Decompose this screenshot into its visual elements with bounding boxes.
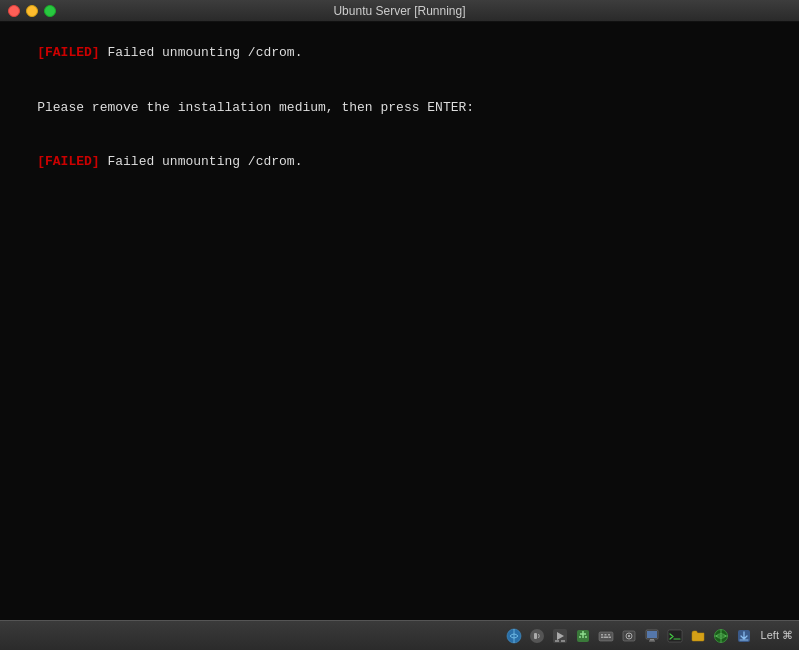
svg-rect-13 — [604, 634, 606, 636]
svg-rect-22 — [647, 631, 657, 638]
svg-rect-12 — [601, 634, 603, 636]
svg-rect-16 — [603, 636, 608, 638]
svg-rect-25 — [668, 630, 682, 642]
terminal-area[interactable]: [FAILED] Failed unmounting /cdrom. Pleas… — [0, 22, 799, 620]
download-icon[interactable] — [734, 626, 754, 646]
terminal-line-2: Please remove the installation medium, t… — [6, 81, 793, 136]
network-globe-icon[interactable] — [711, 626, 731, 646]
svg-rect-14 — [608, 634, 610, 636]
maximize-button[interactable] — [44, 5, 56, 17]
svg-rect-15 — [601, 636, 603, 638]
svg-rect-24 — [649, 640, 655, 641]
title-bar: Ubuntu Server [Running] — [0, 0, 799, 22]
taskbar: Left ⌘ — [0, 620, 799, 650]
terminal-line-1: [FAILED] Failed unmounting /cdrom. — [6, 26, 793, 81]
audio-icon[interactable] — [527, 626, 547, 646]
svg-point-20 — [627, 634, 629, 636]
screenshot-icon[interactable] — [619, 626, 639, 646]
taskbar-right-text: Left ⌘ — [761, 629, 793, 642]
minimize-button[interactable] — [26, 5, 38, 17]
svg-rect-3 — [534, 633, 537, 639]
keyboard-icon[interactable] — [596, 626, 616, 646]
network-icon[interactable] — [504, 626, 524, 646]
failed-tag-2: [FAILED] — [37, 154, 99, 169]
svg-rect-17 — [609, 636, 611, 638]
traffic-lights — [8, 5, 56, 17]
terminal-line-1-rest: Failed unmounting /cdrom. — [100, 45, 303, 60]
folder-icon[interactable] — [688, 626, 708, 646]
svg-rect-7 — [561, 640, 565, 642]
failed-tag-1: [FAILED] — [37, 45, 99, 60]
svg-point-10 — [585, 636, 587, 638]
terminal-line-3-rest: Failed unmounting /cdrom. — [100, 154, 303, 169]
display-icon[interactable] — [642, 626, 662, 646]
media-icon[interactable] — [550, 626, 570, 646]
terminal-line-3: [FAILED] Failed unmounting /cdrom. — [6, 135, 793, 190]
close-button[interactable] — [8, 5, 20, 17]
svg-point-9 — [579, 636, 581, 638]
window-title: Ubuntu Server [Running] — [333, 4, 465, 18]
terminal-icon[interactable] — [665, 626, 685, 646]
svg-rect-23 — [650, 639, 654, 641]
usb-icon[interactable] — [573, 626, 593, 646]
terminal-line-2-text: Please remove the installation medium, t… — [37, 100, 474, 115]
svg-rect-6 — [555, 640, 559, 642]
